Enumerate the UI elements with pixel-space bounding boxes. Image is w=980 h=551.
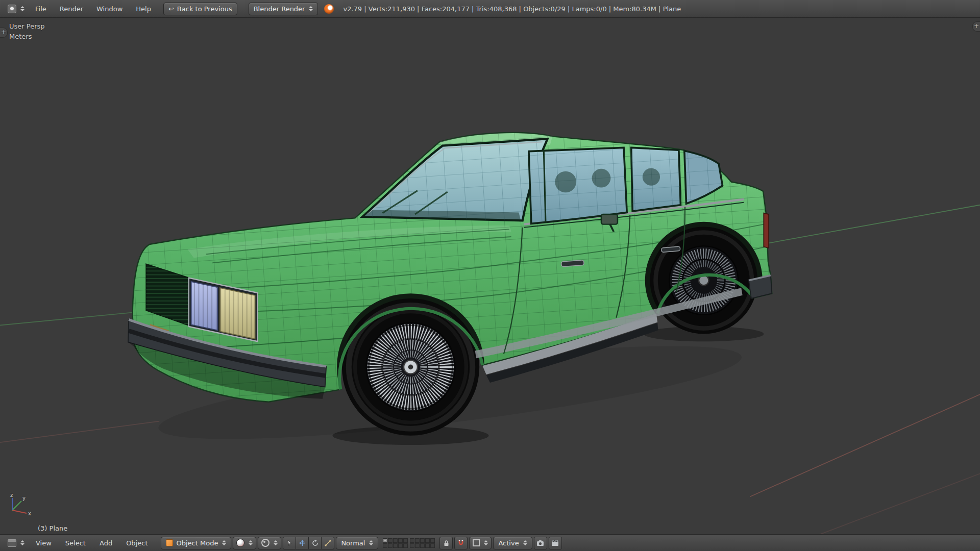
snap-element-select[interactable] [469, 537, 492, 549]
layer-cell[interactable] [415, 543, 420, 548]
layer-cell[interactable] [388, 543, 393, 548]
manipulator-scale-button[interactable] [322, 537, 334, 549]
dropdown-arrows-icon [369, 540, 373, 545]
menu-file[interactable]: File [29, 4, 53, 14]
layer-cell[interactable] [430, 543, 435, 548]
blender-logo-icon [324, 4, 334, 14]
back-button-label: Back to Previous [177, 5, 232, 13]
car-model [128, 133, 772, 458]
snap-target-value: Active [498, 539, 519, 547]
axis-x-label: x [28, 511, 31, 516]
layer-cell[interactable] [425, 538, 430, 543]
dropdown-arrows-icon [249, 540, 253, 545]
mode-select-value: Object Mode [176, 539, 218, 547]
layer-cell[interactable] [388, 538, 393, 543]
rear-wheel [650, 227, 757, 334]
menu-view[interactable]: View [30, 538, 58, 548]
layers-group-2[interactable] [410, 538, 435, 548]
unit-label: Meters [9, 33, 32, 40]
menu-object[interactable]: Object [120, 538, 154, 548]
snap-magnet-button[interactable] [454, 537, 468, 549]
scene-lock-button[interactable] [439, 537, 453, 549]
viewport-scene [0, 17, 980, 535]
editor-type-select[interactable] [4, 3, 28, 15]
layer-cell[interactable] [425, 543, 430, 548]
viewport-shading-sphere-icon [236, 539, 244, 547]
opengl-render-still-button[interactable] [534, 537, 547, 549]
scene-stats: v2.79 | Verts:211,930 | Faces:204,177 | … [343, 5, 681, 13]
viewport-shading-select[interactable] [233, 537, 256, 549]
layer-cell[interactable] [415, 538, 420, 543]
info-header: File Render Window Help ↩ Back to Previo… [0, 0, 980, 18]
menu-window[interactable]: Window [90, 4, 129, 14]
layer-cell[interactable] [403, 538, 408, 543]
layer-cell[interactable] [398, 538, 403, 543]
dropdown-arrows-icon [523, 540, 527, 545]
menu-select[interactable]: Select [59, 538, 92, 548]
layer-cell[interactable] [410, 538, 414, 543]
editor-3d-view-icon [8, 539, 16, 547]
layer-cell[interactable] [398, 543, 403, 548]
layer-cell[interactable] [420, 538, 425, 543]
orientation-select-value: Normal [341, 539, 365, 547]
transform-orientation-select[interactable]: Normal [336, 537, 378, 549]
axis-y-label: y [22, 495, 26, 501]
layer-cell[interactable] [430, 538, 435, 543]
object-mode-cube-icon [166, 539, 173, 546]
opengl-render-anim-button[interactable] [549, 537, 562, 549]
dropdown-arrows-icon [222, 540, 226, 545]
snap-target-select[interactable]: Active [493, 537, 532, 549]
snap-element-icon [473, 539, 480, 546]
dropdown-arrows-icon [484, 540, 488, 545]
back-icon: ↩ [168, 6, 174, 12]
pivot-point-select[interactable] [258, 537, 281, 549]
viewport-header: View Select Add Object Object Mode Norma… [0, 534, 980, 551]
mode-select[interactable]: Object Mode [161, 537, 231, 549]
front-wheel [342, 298, 479, 436]
manipulator-toggles [283, 537, 334, 549]
dropdown-arrows-icon [20, 6, 24, 11]
layer-cell[interactable] [403, 543, 408, 548]
menu-render[interactable]: Render [54, 4, 89, 14]
manipulator-translate-button[interactable] [296, 537, 309, 549]
view-label: User Persp [9, 22, 45, 30]
taillight [764, 213, 769, 248]
back-to-previous-button[interactable]: ↩ Back to Previous [163, 3, 237, 15]
manipulator-rotate-button[interactable] [309, 537, 322, 549]
windshield [362, 139, 547, 220]
layer-cell[interactable] [410, 543, 414, 548]
axis-gizmo: x y z [3, 492, 32, 522]
viewport-3d[interactable]: User Persp Meters + + x y z (3) Plane [0, 17, 980, 535]
info-editor-icon [8, 5, 16, 13]
dropdown-arrows-icon [20, 540, 24, 545]
layer-cell[interactable] [420, 543, 425, 548]
menu-help[interactable]: Help [130, 4, 157, 14]
layer-cell[interactable] [393, 543, 398, 548]
pivot-point-icon [261, 539, 270, 547]
layer-cell[interactable] [383, 538, 387, 543]
active-object-info: (3) Plane [38, 524, 67, 532]
layers-widget [383, 538, 435, 548]
editor-type-select[interactable] [4, 537, 28, 549]
layer-cell[interactable] [383, 543, 387, 548]
dropdown-arrows-icon [274, 540, 278, 545]
layers-group-1[interactable] [383, 538, 408, 548]
dropdown-arrows-icon [309, 6, 313, 11]
render-engine-value: Blender Render [254, 5, 305, 13]
menu-add[interactable]: Add [93, 538, 118, 548]
properties-expand-icon[interactable]: + [972, 21, 980, 32]
axis-z-label: z [10, 492, 13, 498]
layer-cell[interactable] [393, 538, 398, 543]
render-engine-select[interactable]: Blender Render [249, 3, 318, 15]
manipulator-pointer-button[interactable] [283, 537, 296, 549]
